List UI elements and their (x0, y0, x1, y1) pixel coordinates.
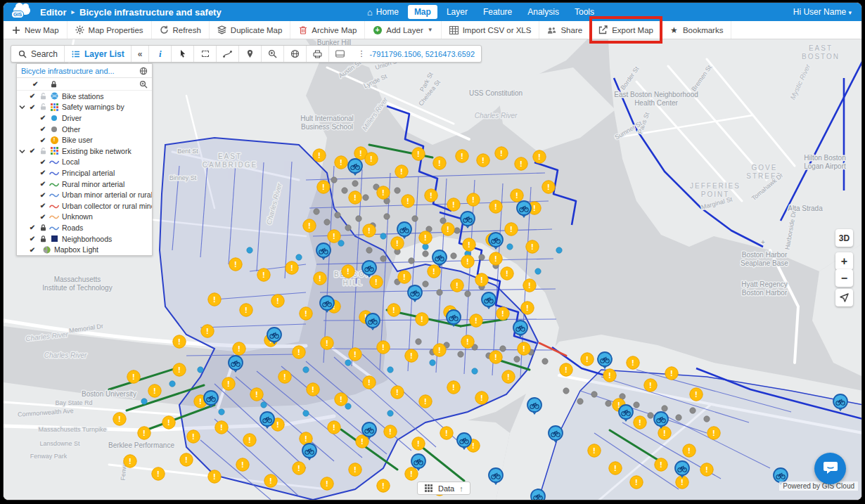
chevron-down-icon[interactable] (17, 148, 27, 154)
layer-row-rural-minor-arterial[interactable]: ✔Rural minor arterial (17, 179, 152, 190)
driver-warning-marker[interactable] (423, 244, 428, 250)
print-tool-button[interactable] (307, 46, 329, 62)
bike-user-warning-marker[interactable]: ! (581, 353, 594, 366)
bike-user-warning-marker[interactable]: ! (489, 351, 502, 363)
driver-warning-marker[interactable] (387, 411, 393, 416)
bike-user-warning-marker[interactable]: ! (314, 272, 326, 285)
bike-user-warning-marker[interactable]: ! (148, 385, 161, 397)
bike-user-warning-marker[interactable]: ! (349, 348, 361, 361)
bike-user-warning-marker[interactable]: ! (317, 181, 330, 193)
bike-user-warning-marker[interactable]: ! (208, 470, 221, 483)
bike-user-warning-marker[interactable]: ! (518, 342, 530, 355)
bike-user-warning-marker[interactable]: ! (303, 219, 316, 232)
bike-user-warning-marker[interactable]: ! (634, 416, 646, 429)
visibility-check[interactable]: ✔ (27, 92, 38, 100)
bike-user-warning-marker[interactable]: ! (515, 157, 527, 170)
bike-user-warning-marker[interactable]: ! (240, 304, 252, 316)
visibility-check[interactable]: ✔ (37, 136, 49, 144)
bookmarks-button[interactable]: ★Bookmarks (662, 21, 732, 39)
other-warning-marker[interactable] (380, 256, 386, 261)
bike-user-warning-marker[interactable]: ! (644, 379, 657, 392)
other-warning-marker[interactable] (342, 188, 347, 193)
bike-user-warning-marker[interactable]: ! (127, 370, 140, 383)
bike-user-warning-marker[interactable]: ! (173, 363, 186, 376)
bike-user-warning-marker[interactable]: ! (588, 444, 601, 457)
other-warning-marker[interactable] (352, 181, 358, 186)
lock-closed-icon[interactable] (38, 235, 49, 243)
layer-row-neighborhoods[interactable]: ✔Neighborhoods (17, 233, 152, 245)
lock-open-icon[interactable] (38, 93, 49, 100)
zoom-to-extent-icon[interactable] (139, 79, 148, 89)
bike-user-warning-marker[interactable]: ! (328, 230, 340, 243)
bike-user-warning-marker[interactable]: ! (502, 370, 515, 383)
other-warning-marker[interactable] (412, 216, 418, 221)
bike-user-warning-marker[interactable]: ! (477, 154, 489, 167)
driver-warning-marker[interactable] (303, 367, 309, 373)
other-warning-marker[interactable] (465, 291, 470, 297)
bike-user-warning-marker[interactable]: ! (138, 427, 150, 439)
bike-user-warning-marker[interactable]: ! (321, 477, 333, 490)
bike-user-warning-marker[interactable]: ! (412, 437, 425, 450)
other-warning-marker[interactable] (335, 212, 340, 218)
other-warning-marker[interactable] (500, 346, 506, 351)
driver-warning-marker[interactable] (169, 381, 175, 387)
add-layer-button[interactable]: +Add Layer▼ (365, 21, 441, 39)
bike-user-warning-marker[interactable]: ! (683, 444, 696, 457)
driver-warning-marker[interactable] (261, 402, 267, 408)
driver-warning-marker[interactable] (198, 367, 203, 373)
driver-warning-marker[interactable] (472, 368, 478, 374)
bike-user-warning-marker[interactable]: ! (467, 193, 480, 206)
chevron-down-icon[interactable] (17, 104, 27, 110)
bike-user-warning-marker[interactable]: ! (162, 416, 175, 429)
driver-warning-marker[interactable] (247, 247, 252, 253)
bike-user-warning-marker[interactable]: ! (495, 147, 508, 160)
bike-user-warning-marker[interactable]: ! (496, 307, 509, 320)
cursor-tool-button[interactable] (172, 46, 194, 62)
bike-user-warning-marker[interactable]: ! (511, 189, 523, 202)
bike-user-warning-marker[interactable]: ! (412, 148, 425, 160)
user-menu[interactable]: Hi User Name ▾ (793, 7, 852, 17)
driver-warning-marker[interactable] (338, 240, 344, 246)
archive-map-button[interactable]: Archive Map (290, 21, 365, 39)
other-warning-marker[interactable] (366, 247, 372, 253)
search-button[interactable]: Search (11, 46, 65, 62)
bike-user-warning-marker[interactable]: ! (349, 463, 361, 476)
bike-user-warning-marker[interactable]: ! (356, 435, 369, 448)
bike-user-warning-marker[interactable]: ! (187, 430, 200, 443)
lock-open-icon[interactable] (38, 148, 49, 155)
globe-tool-button[interactable] (284, 46, 307, 62)
bike-user-warning-marker[interactable]: ! (201, 325, 214, 337)
bike-user-warning-marker[interactable]: ! (307, 383, 319, 396)
bike-user-warning-marker[interactable]: ! (475, 392, 488, 404)
layer-row-bike-stations[interactable]: ✔Bike stations (17, 91, 152, 102)
other-warning-marker[interactable] (451, 253, 456, 259)
bike-user-warning-marker[interactable]: ! (609, 462, 622, 474)
lock-closed-icon[interactable] (38, 224, 49, 231)
bike-user-warning-marker[interactable]: ! (222, 377, 235, 390)
visibility-check[interactable]: ✔ (27, 235, 38, 243)
driver-warning-marker[interactable] (345, 403, 351, 409)
visibility-check[interactable]: ✔ (37, 169, 49, 176)
driver-warning-marker[interactable] (387, 367, 393, 373)
other-warning-marker[interactable] (324, 219, 330, 225)
bike-user-warning-marker[interactable]: ! (489, 200, 502, 213)
bike-user-warning-marker[interactable]: ! (603, 369, 616, 382)
bike-user-warning-marker[interactable]: ! (398, 271, 411, 283)
new-map-button[interactable]: New Map (4, 21, 68, 39)
locate-button[interactable] (835, 289, 853, 306)
driver-warning-marker[interactable] (507, 244, 513, 250)
bike-user-warning-marker[interactable]: ! (363, 224, 376, 237)
bike-user-warning-marker[interactable]: ! (391, 386, 404, 399)
bike-user-warning-marker[interactable]: ! (707, 427, 720, 439)
driver-warning-marker[interactable] (141, 399, 147, 404)
bike-user-warning-marker[interactable]: ! (665, 367, 678, 380)
visibility-check[interactable]: ✔ (27, 103, 38, 111)
other-warning-marker[interactable] (384, 214, 390, 219)
bike-user-warning-marker[interactable]: ! (526, 240, 539, 253)
bike-user-warning-marker[interactable]: ! (293, 462, 305, 474)
nav-item-tools[interactable]: Tools (568, 5, 601, 19)
rect-select-tool-button[interactable] (194, 46, 217, 62)
share-button[interactable]: Share (539, 21, 591, 39)
bike-user-warning-marker[interactable]: ! (152, 467, 165, 480)
bike-user-warning-marker[interactable]: ! (387, 304, 400, 316)
